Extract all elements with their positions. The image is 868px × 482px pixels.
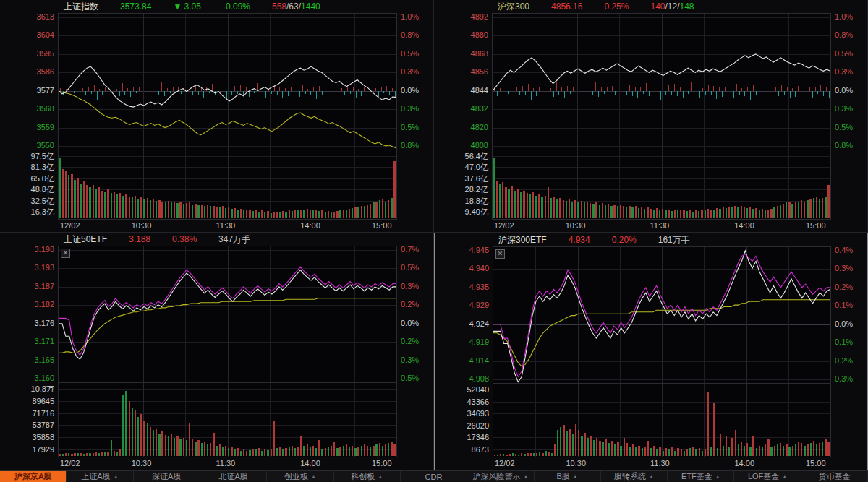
- volume-chart-svg[interactable]: [59, 383, 396, 457]
- tab-深证A股[interactable]: 深证A股: [134, 471, 200, 482]
- price-left-axis: 48924880486848564844483248204808: [434, 13, 492, 150]
- tab-创业板[interactable]: 创业板▲: [267, 471, 333, 482]
- volume-axis-label: 17929: [32, 445, 54, 455]
- volume-left-axis: 97.5亿81.3亿65.0亿48.8亿32.5亿16.3亿: [0, 150, 58, 220]
- pct-axis-label: 1.0%: [835, 12, 853, 22]
- tab-label: 沪深京A股: [14, 471, 52, 482]
- tab-ETF基金[interactable]: ETF基金▲: [668, 471, 734, 482]
- tab-label: 股转系统: [614, 471, 646, 482]
- volume-gridlines: [59, 150, 396, 219]
- header-item-3: 140: [650, 1, 665, 12]
- chart-header: 上证指数3573.84▼ 3.05-0.09%558/63/1440: [0, 0, 433, 13]
- panel-hs300-index: 沪深3004856.160.25%140/12/1484892488048684…: [434, 0, 868, 233]
- tab-上证A股[interactable]: 上证A股▲: [67, 471, 133, 482]
- pct-axis-label: 0.2%: [401, 337, 419, 346]
- header-item-2: 0.20%: [612, 235, 637, 245]
- volume-plot[interactable]: [58, 383, 397, 457]
- price-chart-svg[interactable]: [59, 14, 396, 150]
- pct-axis-label: 0.8%: [835, 30, 853, 40]
- header-item-3: 347万手: [218, 233, 250, 246]
- price-chart-svg[interactable]: [493, 247, 830, 383]
- price-right-axis: 1.0%0.8%0.5%0.3%0.0%0.3%0.5%0.8%: [397, 13, 433, 150]
- price-left-axis: 4.9454.9404.9354.9294.9244.9194.9144.908: [435, 246, 493, 384]
- time-label: 11:30: [216, 221, 236, 230]
- price-chart-svg[interactable]: [59, 246, 396, 382]
- price-chart-svg[interactable]: [493, 14, 830, 150]
- gridlines: [493, 247, 830, 383]
- volume-bars: [494, 392, 830, 456]
- price-axis-label: 3.187: [34, 282, 54, 291]
- header-item-1: 3.188: [129, 234, 150, 244]
- volume-axis-label: 9.40亿: [465, 207, 488, 217]
- tab-沪深京A股[interactable]: 沪深京A股: [0, 471, 67, 482]
- time-label: 12/02: [495, 459, 515, 468]
- chevron-up-icon: ▲: [715, 474, 720, 479]
- pct-axis-label: 0.3%: [835, 264, 853, 273]
- chevron-up-icon: ▲: [782, 474, 787, 479]
- price-plot[interactable]: ✕: [58, 246, 397, 383]
- volume-right-axis: [397, 383, 433, 457]
- price-axis-label: 4892: [471, 12, 488, 22]
- volume-chart-svg[interactable]: [59, 150, 396, 219]
- volume-chart-svg[interactable]: [493, 384, 830, 457]
- volume-right-axis: [397, 150, 433, 220]
- tab-label: 创业板: [284, 471, 308, 482]
- pct-axis-label: 1.0%: [401, 12, 419, 22]
- tab-科创板[interactable]: 科创板▲: [334, 471, 401, 482]
- time-label: 15:00: [372, 221, 392, 230]
- volume-plot[interactable]: [493, 384, 831, 457]
- tab-货币基金[interactable]: 货币基金: [801, 471, 868, 482]
- price-plot[interactable]: [58, 13, 397, 150]
- price-axis-label: 3604: [37, 30, 54, 40]
- pct-axis-label: 0.3%: [835, 104, 853, 113]
- pct-axis-label: 0.5%: [401, 123, 419, 132]
- volume-plot[interactable]: [492, 150, 831, 220]
- volume-axis-label: 48.8亿: [31, 185, 54, 194]
- header-item-6: 1440: [301, 1, 320, 12]
- price-axis-label: 4832: [471, 104, 488, 113]
- chart-header: 沪深300ETF4.9340.20%161万手: [435, 233, 867, 246]
- price-axis-label: 3559: [37, 123, 54, 132]
- market-tab-bar: 沪深京A股上证A股▲深证A股北证A股创业板▲科创板▲CDR沪深风险警示▲B股▲股…: [0, 470, 868, 482]
- volume-axis-label: 89645: [32, 397, 54, 406]
- tab-北证A股[interactable]: 北证A股: [200, 471, 267, 482]
- tab-沪深风险警示[interactable]: 沪深风险警示▲: [467, 471, 534, 482]
- pct-axis-label: 0.0%: [835, 319, 853, 329]
- volume-chart-svg[interactable]: [493, 150, 830, 219]
- pct-axis-label: 0.5%: [835, 49, 853, 59]
- header-item-0: 上证指数: [64, 1, 98, 13]
- volume-axis-label: 8673: [472, 445, 489, 455]
- close-chart-icon[interactable]: ✕: [495, 249, 505, 259]
- tab-股转系统[interactable]: 股转系统▲: [601, 471, 668, 482]
- price-axis-label: 3613: [37, 12, 54, 22]
- tab-label: 深证A股: [152, 471, 181, 482]
- time-axis: 12/0210:3011:3014:0015:00: [434, 220, 867, 232]
- time-label: 10:30: [566, 221, 586, 230]
- panel-sh-index: 上证指数3573.84▼ 3.05-0.09%558/63/1440361336…: [0, 0, 434, 233]
- header-item-5: 148: [680, 1, 694, 12]
- volume-axis-label: 71716: [32, 409, 54, 418]
- header-item-2: ▼ 3.05: [173, 1, 201, 12]
- price-axis-label: 4.929: [469, 301, 489, 310]
- pct-axis-label: 0.5%: [401, 49, 419, 59]
- close-chart-icon[interactable]: ✕: [61, 249, 70, 258]
- tab-LOF基金[interactable]: LOF基金▲: [734, 471, 801, 482]
- volume-plot[interactable]: [58, 150, 397, 220]
- pct-axis-label: 0.2%: [835, 283, 853, 292]
- volume-row: 10.8万8964571716537873585817929: [0, 383, 433, 457]
- gridlines: [493, 14, 830, 150]
- volume-left-axis: 10.8万8964571716537873585817929: [0, 383, 58, 457]
- price-row: 3.1983.1933.1873.1823.1763.1713.1653.160…: [0, 246, 433, 383]
- pct-axis-label: 0.3%: [401, 356, 419, 365]
- time-label: 14:00: [300, 459, 320, 468]
- header-item-4: /12/: [665, 1, 679, 12]
- time-label: 12/02: [494, 221, 514, 230]
- time-label: 15:00: [806, 221, 826, 230]
- price-axis-label: 4880: [471, 30, 488, 40]
- tab-B股[interactable]: B股▲: [535, 471, 601, 482]
- price-plot[interactable]: [492, 13, 831, 150]
- pct-axis-label: 0.5%: [835, 123, 853, 132]
- price-axis-label: 4.919: [469, 337, 489, 347]
- tab-CDR[interactable]: CDR: [401, 471, 467, 482]
- price-plot[interactable]: ✕: [493, 246, 831, 384]
